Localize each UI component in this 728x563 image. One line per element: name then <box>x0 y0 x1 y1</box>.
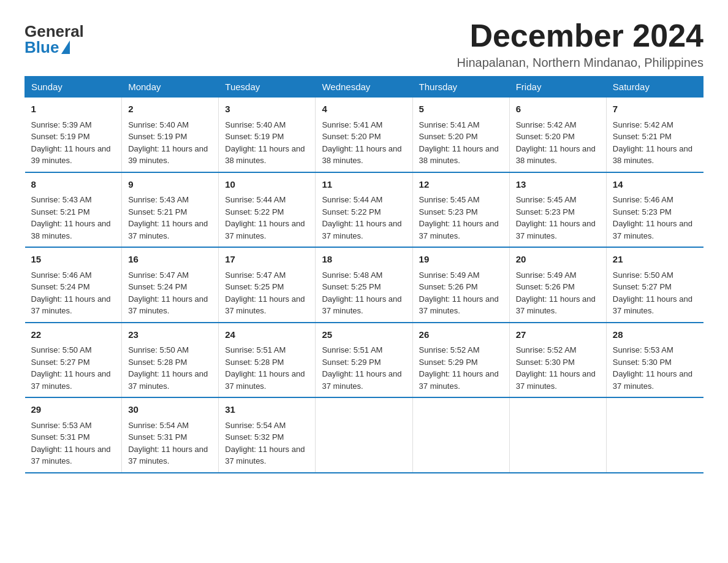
day-number: 25 <box>322 328 406 342</box>
calendar-cell: 23Sunrise: 5:50 AMSunset: 5:28 PMDayligh… <box>122 323 219 398</box>
calendar-cell: 25Sunrise: 5:51 AMSunset: 5:29 PMDayligh… <box>316 323 412 398</box>
day-info: Sunrise: 5:42 AMSunset: 5:21 PMDaylight:… <box>613 120 692 166</box>
day-number: 6 <box>516 102 600 117</box>
logo-general-text: General <box>25 23 84 39</box>
header-day-friday: Friday <box>509 77 606 98</box>
calendar-cell <box>509 397 606 473</box>
calendar-cell: 26Sunrise: 5:52 AMSunset: 5:29 PMDayligh… <box>412 323 509 398</box>
header-day-tuesday: Tuesday <box>219 77 316 98</box>
day-info: Sunrise: 5:39 AMSunset: 5:19 PMDaylight:… <box>31 120 111 166</box>
day-info: Sunrise: 5:46 AMSunset: 5:23 PMDaylight:… <box>613 195 692 240</box>
day-number: 19 <box>419 253 503 267</box>
calendar-cell: 28Sunrise: 5:53 AMSunset: 5:30 PMDayligh… <box>606 323 703 398</box>
header-day-sunday: Sunday <box>25 77 122 98</box>
day-info: Sunrise: 5:44 AMSunset: 5:22 PMDaylight:… <box>225 195 305 240</box>
day-info: Sunrise: 5:52 AMSunset: 5:30 PMDaylight:… <box>516 345 596 391</box>
location-subtitle: Hinapalanan, Northern Mindanao, Philippi… <box>457 56 703 70</box>
title-area: December 2024 Hinapalanan, Northern Mind… <box>457 18 703 70</box>
calendar-week-row: 29Sunrise: 5:53 AMSunset: 5:31 PMDayligh… <box>25 397 703 473</box>
day-number: 4 <box>322 102 406 117</box>
day-info: Sunrise: 5:43 AMSunset: 5:21 PMDaylight:… <box>31 195 111 240</box>
day-info: Sunrise: 5:41 AMSunset: 5:20 PMDaylight:… <box>419 120 499 166</box>
header-day-monday: Monday <box>122 77 219 98</box>
calendar-cell: 4Sunrise: 5:41 AMSunset: 5:20 PMDaylight… <box>316 98 412 172</box>
day-info: Sunrise: 5:54 AMSunset: 5:31 PMDaylight:… <box>128 421 208 466</box>
day-info: Sunrise: 5:49 AMSunset: 5:26 PMDaylight:… <box>419 270 499 316</box>
day-number: 7 <box>613 102 697 117</box>
day-number: 2 <box>128 102 212 117</box>
day-number: 8 <box>31 178 116 192</box>
day-info: Sunrise: 5:45 AMSunset: 5:23 PMDaylight:… <box>516 195 596 240</box>
day-number: 17 <box>225 253 309 267</box>
calendar-cell: 11Sunrise: 5:44 AMSunset: 5:22 PMDayligh… <box>316 172 412 248</box>
day-info: Sunrise: 5:43 AMSunset: 5:21 PMDaylight:… <box>128 195 208 240</box>
calendar-week-row: 22Sunrise: 5:50 AMSunset: 5:27 PMDayligh… <box>25 323 703 398</box>
day-number: 28 <box>613 328 697 342</box>
day-number: 30 <box>128 403 212 417</box>
day-info: Sunrise: 5:53 AMSunset: 5:30 PMDaylight:… <box>613 345 692 391</box>
logo-blue-text: Blue <box>25 39 70 55</box>
calendar-table: SundayMondayTuesdayWednesdayThursdayFrid… <box>25 76 703 473</box>
day-number: 10 <box>225 178 309 192</box>
calendar-cell: 19Sunrise: 5:49 AMSunset: 5:26 PMDayligh… <box>412 247 509 323</box>
calendar-cell: 18Sunrise: 5:48 AMSunset: 5:25 PMDayligh… <box>316 247 412 323</box>
calendar-cell: 22Sunrise: 5:50 AMSunset: 5:27 PMDayligh… <box>25 323 122 398</box>
day-number: 9 <box>128 178 212 192</box>
day-number: 22 <box>31 328 116 342</box>
header-day-thursday: Thursday <box>412 77 509 98</box>
calendar-cell: 21Sunrise: 5:50 AMSunset: 5:27 PMDayligh… <box>606 247 703 323</box>
day-number: 29 <box>31 403 116 417</box>
day-info: Sunrise: 5:40 AMSunset: 5:19 PMDaylight:… <box>128 120 208 166</box>
day-number: 14 <box>613 178 697 192</box>
calendar-cell: 2Sunrise: 5:40 AMSunset: 5:19 PMDaylight… <box>122 98 219 172</box>
day-number: 18 <box>322 253 406 267</box>
calendar-cell <box>606 397 703 473</box>
calendar-cell: 14Sunrise: 5:46 AMSunset: 5:23 PMDayligh… <box>606 172 703 248</box>
calendar-cell: 29Sunrise: 5:53 AMSunset: 5:31 PMDayligh… <box>25 397 122 473</box>
day-number: 31 <box>225 403 309 417</box>
day-info: Sunrise: 5:54 AMSunset: 5:32 PMDaylight:… <box>225 421 305 466</box>
day-number: 1 <box>31 102 116 117</box>
day-info: Sunrise: 5:45 AMSunset: 5:23 PMDaylight:… <box>419 195 499 240</box>
header-day-wednesday: Wednesday <box>316 77 412 98</box>
day-number: 20 <box>516 253 600 267</box>
calendar-cell: 15Sunrise: 5:46 AMSunset: 5:24 PMDayligh… <box>25 247 122 323</box>
day-info: Sunrise: 5:50 AMSunset: 5:28 PMDaylight:… <box>128 345 208 391</box>
day-info: Sunrise: 5:53 AMSunset: 5:31 PMDaylight:… <box>31 421 111 466</box>
day-info: Sunrise: 5:44 AMSunset: 5:22 PMDaylight:… <box>322 195 401 240</box>
logo-triangle-icon <box>61 40 70 54</box>
day-number: 12 <box>419 178 503 192</box>
calendar-cell: 8Sunrise: 5:43 AMSunset: 5:21 PMDaylight… <box>25 172 122 248</box>
calendar-cell: 12Sunrise: 5:45 AMSunset: 5:23 PMDayligh… <box>412 172 509 248</box>
calendar-cell: 6Sunrise: 5:42 AMSunset: 5:20 PMDaylight… <box>509 98 606 172</box>
day-info: Sunrise: 5:47 AMSunset: 5:25 PMDaylight:… <box>225 270 305 316</box>
calendar-cell: 20Sunrise: 5:49 AMSunset: 5:26 PMDayligh… <box>509 247 606 323</box>
page-header: General Blue December 2024 Hinapalanan, … <box>25 18 703 70</box>
calendar-cell: 3Sunrise: 5:40 AMSunset: 5:19 PMDaylight… <box>219 98 316 172</box>
day-number: 26 <box>419 328 503 342</box>
calendar-week-row: 1Sunrise: 5:39 AMSunset: 5:19 PMDaylight… <box>25 98 703 172</box>
calendar-cell <box>412 397 509 473</box>
day-info: Sunrise: 5:51 AMSunset: 5:29 PMDaylight:… <box>322 345 401 391</box>
calendar-cell: 9Sunrise: 5:43 AMSunset: 5:21 PMDaylight… <box>122 172 219 248</box>
day-info: Sunrise: 5:47 AMSunset: 5:24 PMDaylight:… <box>128 270 208 316</box>
calendar-cell: 17Sunrise: 5:47 AMSunset: 5:25 PMDayligh… <box>219 247 316 323</box>
calendar-cell <box>316 397 412 473</box>
header-row: SundayMondayTuesdayWednesdayThursdayFrid… <box>25 77 703 98</box>
calendar-cell: 13Sunrise: 5:45 AMSunset: 5:23 PMDayligh… <box>509 172 606 248</box>
day-info: Sunrise: 5:42 AMSunset: 5:20 PMDaylight:… <box>516 120 596 166</box>
day-info: Sunrise: 5:41 AMSunset: 5:20 PMDaylight:… <box>322 120 401 166</box>
day-info: Sunrise: 5:48 AMSunset: 5:25 PMDaylight:… <box>322 270 401 316</box>
day-number: 16 <box>128 253 212 267</box>
day-number: 15 <box>31 253 116 267</box>
calendar-cell: 24Sunrise: 5:51 AMSunset: 5:28 PMDayligh… <box>219 323 316 398</box>
day-number: 11 <box>322 178 406 192</box>
logo: General Blue <box>25 23 84 55</box>
calendar-body: 1Sunrise: 5:39 AMSunset: 5:19 PMDaylight… <box>25 98 703 473</box>
header-day-saturday: Saturday <box>606 77 703 98</box>
month-title: December 2024 <box>457 18 703 53</box>
day-number: 5 <box>419 102 503 117</box>
calendar-cell: 7Sunrise: 5:42 AMSunset: 5:21 PMDaylight… <box>606 98 703 172</box>
day-number: 21 <box>613 253 697 267</box>
calendar-cell: 1Sunrise: 5:39 AMSunset: 5:19 PMDaylight… <box>25 98 122 172</box>
